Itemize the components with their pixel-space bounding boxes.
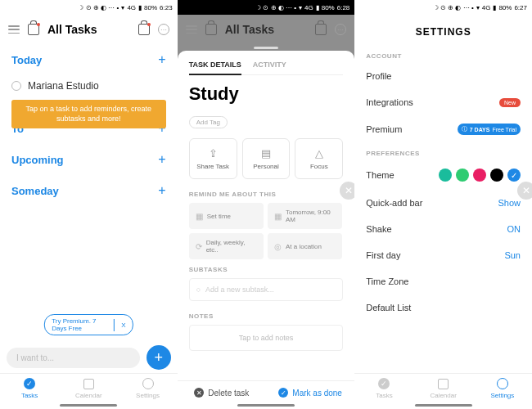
- color-teal[interactable]: [439, 169, 452, 182]
- settings-firstday[interactable]: First daySun: [354, 242, 532, 268]
- task-item[interactable]: Mariana Estudio: [0, 75, 178, 97]
- reminder-label: At a location: [286, 243, 322, 250]
- statusbar: ☽ ⊙ ⊕ ◐ ⋯ • ▾ 4G ▮ 80% 6:28: [178, 0, 355, 15]
- lists-icon[interactable]: [28, 24, 39, 35]
- trial-badge: ⓘ7 DAYSFree Trial: [458, 124, 521, 135]
- page-title: All Tasks: [47, 23, 130, 36]
- more-icon[interactable]: ⋯: [158, 24, 169, 35]
- section-upcoming[interactable]: Upcoming+: [0, 144, 178, 175]
- reminder-tomorrow[interactable]: ▦Tomorrow, 9:00 AM: [268, 203, 342, 229]
- share-button[interactable]: ⇪Share Task: [189, 138, 237, 179]
- add-icon[interactable]: +: [158, 183, 165, 198]
- wifi-icon: ▾: [476, 4, 480, 11]
- row-label: Theme: [366, 170, 394, 180]
- list-button[interactable]: ▤Personal: [242, 138, 291, 179]
- calendar-icon: [83, 379, 94, 389]
- statusbar: ☽ ⊙ ⊕ ◐ ⋯ • ▾ 4G ▮ 80% 6:23: [0, 0, 178, 15]
- settings-timezone[interactable]: Time Zone: [354, 268, 532, 294]
- add-icon[interactable]: +: [158, 52, 165, 67]
- calendar-icon: [438, 379, 449, 389]
- theme-colors: ✓: [439, 169, 521, 182]
- settings-integrations[interactable]: IntegrationsNew: [354, 89, 532, 115]
- settings-theme[interactable]: Theme ✓: [354, 160, 532, 190]
- tab-details[interactable]: TASK DETAILS: [189, 61, 241, 75]
- color-blue-selected[interactable]: ✓: [507, 169, 521, 182]
- section-someday[interactable]: Someday+: [0, 175, 178, 206]
- task-title[interactable]: Study: [189, 83, 344, 105]
- delete-label: Delete task: [208, 389, 249, 398]
- tab-settings[interactable]: Settings: [473, 374, 532, 402]
- shop-icon[interactable]: [138, 24, 150, 35]
- focus-button[interactable]: △Focus: [295, 138, 343, 179]
- done-button[interactable]: ✓Mark as done: [266, 388, 354, 398]
- x-icon: ✕: [194, 388, 204, 398]
- section-label: Today: [11, 54, 42, 66]
- close-icon[interactable]: X: [114, 319, 132, 331]
- color-green[interactable]: [456, 169, 469, 182]
- menu-icon[interactable]: [8, 25, 20, 34]
- detail-sheet: TASK DETAILS ACTIVITY Study Add Tag ⇪Sha…: [178, 51, 355, 409]
- action-label: Focus: [310, 163, 328, 170]
- settings-defaultlist[interactable]: Default List: [354, 294, 532, 321]
- row-label: Default List: [366, 303, 411, 312]
- screen-task-detail: ☽ ⊙ ⊕ ◐ ⋯ • ▾ 4G ▮ 80% 6:28 All Tasks ⋯ …: [178, 0, 355, 409]
- tab-calendar[interactable]: Calendar: [59, 374, 118, 402]
- row-label: Time Zone: [366, 276, 408, 286]
- sheet-handle-icon[interactable]: [254, 47, 278, 49]
- color-black[interactable]: [490, 169, 503, 182]
- reminder-location[interactable]: ◎At a location: [268, 233, 342, 259]
- row-label: Quick-add bar: [366, 198, 422, 208]
- quick-add-input[interactable]: I want to...: [7, 348, 140, 368]
- checkbox-icon[interactable]: [11, 81, 21, 91]
- premium-pill[interactable]: Try Premium. 7 Days FreeX: [44, 314, 133, 335]
- info-icon: ⓘ: [462, 125, 467, 133]
- settings-premium[interactable]: Premiumⓘ7 DAYSFree Trial: [354, 115, 532, 143]
- bell-icon: △: [313, 147, 326, 159]
- tab-label: Settings: [136, 392, 160, 399]
- tab-tasks[interactable]: ✓Tasks: [354, 374, 413, 402]
- calendar-icon: ▦: [274, 212, 282, 221]
- clock: 6:23: [160, 4, 173, 11]
- tab-activity[interactable]: ACTIVITY: [253, 61, 286, 70]
- reminder-time[interactable]: ▦Set time: [189, 203, 264, 229]
- new-badge: New: [499, 98, 521, 107]
- add-tag-button[interactable]: Add Tag: [189, 116, 228, 128]
- row-label: Integrations: [366, 97, 413, 107]
- trial-text: Free Trial: [492, 127, 516, 133]
- settings-profile[interactable]: Profile: [354, 63, 532, 89]
- account-section-label: ACCOUNT: [354, 46, 532, 63]
- close-button[interactable]: ✕: [517, 182, 532, 200]
- wifi-icon: ▾: [299, 4, 302, 11]
- battery: 80%: [144, 4, 157, 11]
- clock: 6:28: [337, 4, 350, 11]
- shop-icon: [315, 24, 327, 35]
- add-icon[interactable]: +: [158, 152, 165, 167]
- status-icons: ☽ ⊙ ⊕ ◐ ⋯ •: [78, 4, 119, 11]
- delete-button[interactable]: ✕Delete task: [178, 388, 266, 398]
- row-label: Profile: [366, 71, 391, 81]
- reminder-repeat[interactable]: ⟳Daily, weekly, etc..: [189, 233, 264, 259]
- settings-quickadd[interactable]: Quick-add barShow: [354, 190, 532, 216]
- color-pink[interactable]: [473, 169, 486, 182]
- clock: 6:27: [514, 4, 527, 11]
- add-task-button[interactable]: +: [147, 345, 171, 370]
- location-icon: ◎: [274, 242, 282, 251]
- reminder-label: Tomorrow, 9:00 AM: [286, 209, 336, 223]
- signal-icon: ▮: [493, 4, 496, 11]
- section-today[interactable]: Today+: [0, 44, 178, 75]
- home-indicator: [60, 404, 117, 407]
- tab-tasks[interactable]: ✓Tasks: [0, 374, 59, 402]
- action-label: Personal: [253, 163, 279, 170]
- section-label: Someday: [11, 185, 59, 197]
- row-value: Sun: [504, 250, 521, 260]
- tab-settings[interactable]: Settings: [118, 374, 177, 402]
- action-grid: ⇪Share Task ▤Personal △Focus: [189, 138, 344, 179]
- notes-input[interactable]: Tap to add notes: [189, 325, 344, 351]
- subtask-input[interactable]: ○Add a new subtask...: [189, 278, 344, 301]
- lists-icon: [205, 24, 217, 35]
- task-name: Mariana Estudio: [28, 80, 99, 92]
- close-sheet-button[interactable]: ✕: [340, 182, 354, 200]
- tab-calendar[interactable]: Calendar: [414, 374, 473, 402]
- battery: 80%: [322, 4, 335, 11]
- settings-shake[interactable]: ShakeON: [354, 216, 532, 242]
